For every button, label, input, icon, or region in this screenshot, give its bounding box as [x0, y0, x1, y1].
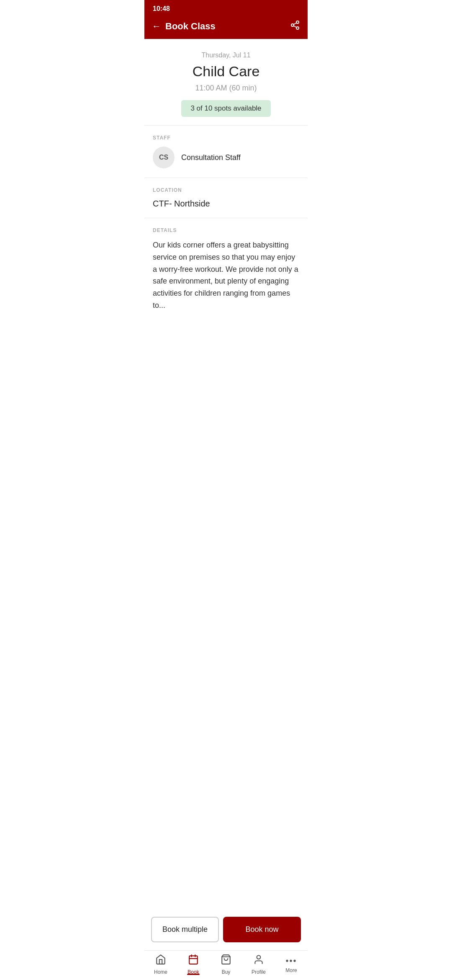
staff-section: STAFF CS Consultation Staff — [144, 126, 308, 178]
content: Thursday, Jul 11 Child Care 11:00 AM (60… — [144, 39, 308, 353]
staff-section-label: STAFF — [153, 135, 299, 141]
class-time: 11:00 AM (60 min) — [153, 84, 299, 93]
staff-avatar: CS — [153, 147, 175, 168]
staff-name: Consultation Staff — [181, 153, 241, 162]
svg-line-3 — [294, 26, 297, 28]
location-section: LOCATION CTF- Northside — [144, 178, 308, 218]
details-section: DETAILS Our kids corner offers a great b… — [144, 218, 308, 353]
class-date: Thursday, Jul 11 — [153, 52, 299, 59]
page-title: Book Class — [165, 21, 216, 32]
svg-line-4 — [294, 23, 297, 25]
details-section-label: DETAILS — [153, 227, 299, 233]
back-icon[interactable]: ← — [152, 21, 161, 32]
status-bar: 10:48 — [144, 0, 308, 16]
hero-section: Thursday, Jul 11 Child Care 11:00 AM (60… — [144, 39, 308, 126]
class-name: Child Care — [153, 63, 299, 80]
header: ← Book Class — [144, 16, 308, 39]
spots-badge: 3 of 10 spots available — [181, 100, 270, 117]
header-left: ← Book Class — [152, 21, 216, 32]
details-text: Our kids corner offers a great babysitti… — [153, 239, 299, 312]
status-time: 10:48 — [153, 5, 170, 12]
staff-row: CS Consultation Staff — [153, 147, 299, 173]
location-name: CTF- Northside — [153, 199, 299, 214]
location-section-label: LOCATION — [153, 187, 299, 193]
share-icon[interactable] — [290, 20, 300, 32]
